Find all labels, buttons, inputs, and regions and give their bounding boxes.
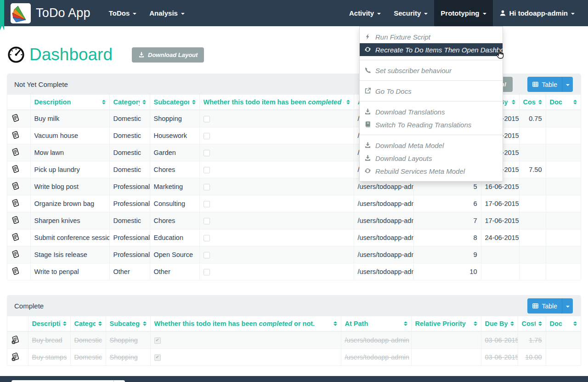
column-header-doc[interactable]: Doc [546,316,581,331]
cell-doc [546,195,581,212]
cell-category: Professional [109,246,150,263]
column-header-description[interactable]: Description [30,95,109,110]
todo-item-icon[interactable] [11,182,20,191]
menu-item-switch-to-reading-translations[interactable]: Switch To Reading Translations [360,118,503,131]
column-header-completed[interactable]: Whether this todo item has been complete… [150,316,341,331]
menu-item-go-to-docs[interactable]: Go To Docs [360,85,503,97]
sort-icon[interactable] [538,321,542,326]
menu-item-rebuild-services-meta-model[interactable]: Rebuild Services Meta Model [360,165,503,177]
sort-icon[interactable] [573,321,577,326]
sort-icon[interactable] [143,321,147,326]
cell-due-by: 24-06-2015 [481,229,519,246]
sort-icon[interactable] [510,321,514,326]
cell-doc [546,161,581,178]
footer-select-caret[interactable] [113,380,125,382]
todo-item-icon[interactable] [11,114,20,123]
column-header-completed[interactable]: Whether this todo item has been complete… [199,95,354,110]
sort-icon[interactable] [512,100,515,104]
todo-item-icon[interactable] [11,250,20,259]
todo-item-icon[interactable] [11,267,20,276]
column-header-relative-priority[interactable]: Relative Priority [411,316,481,331]
footer-select[interactable] [11,380,125,382]
menu-item-download-translations[interactable]: Download Translations [360,105,503,118]
cell-category: Domestic [109,110,150,127]
sort-icon[interactable] [346,100,350,104]
cell-at-path: /users/todoapp-admin [341,349,411,366]
nav-item-security[interactable]: Security [387,0,434,26]
sort-icon[interactable] [98,321,102,326]
sort-icon[interactable] [474,321,477,326]
column-header-due-by[interactable]: Due By [481,316,518,331]
column-header-subcategory[interactable]: Subcategory [150,95,199,110]
menu-item-download-meta-model[interactable]: Download Meta Model [360,139,503,152]
cell-doc [546,110,581,127]
cell-doc [546,331,581,349]
table-view-main[interactable]: Table [527,298,562,314]
download-layout-button[interactable]: Download Layout [132,47,204,63]
cell-completed [199,195,354,212]
column-header-cost[interactable]: Cost [519,95,546,110]
sort-icon[interactable] [538,100,542,104]
nav-item-activity[interactable]: Activity [343,0,387,26]
sort-icon[interactable] [63,321,67,326]
todo-item-icon[interactable] [11,335,20,344]
column-header-doc[interactable]: Doc [546,95,581,110]
completed-checkbox [204,252,210,258]
cell-description: Vacuum house [30,127,109,144]
cell-cost: 0.75 [519,110,546,127]
column-header-subcategory[interactable]: Subcategory [106,316,150,331]
table-view-main[interactable]: Table [527,77,562,92]
cell-cost [519,144,546,161]
icon-column-header [7,95,30,110]
cell-doc [546,246,581,263]
todo-item-icon[interactable] [11,131,20,140]
nav-right: Activity Security Prototyping Hi todoapp… [343,0,581,26]
cell-category: Domestic [109,144,150,161]
completed-checkbox [204,116,210,122]
download-icon [364,142,372,149]
table-view-caret[interactable] [562,77,573,92]
todo-item-icon[interactable] [11,233,20,242]
column-header-cost[interactable]: Cost [518,316,546,331]
cell-subcategory: Housework [150,127,199,144]
sort-icon[interactable] [102,100,106,104]
completed-checkbox [204,184,210,190]
cell-category: Domestic [70,349,106,366]
column-header-category[interactable]: Category [109,95,150,110]
cell-doc [546,212,581,229]
nav-item-analysis[interactable]: Analysis [143,0,191,26]
sort-icon[interactable] [192,100,196,104]
nav-item-user[interactable]: Hi todoapp-admin [493,0,582,26]
sort-icon[interactable] [404,321,407,326]
cell-description: Organize brown bag [30,195,109,212]
menu-item-recreate-to-do-items-then-open-dashboard[interactable]: Recreate To Do Items Then Open Dashboard [360,43,503,56]
footer-select-value [11,380,113,382]
sort-icon[interactable] [142,100,146,104]
menu-item-run-fixture-script[interactable]: Run Fixture Script [360,30,503,43]
column-header-at-path[interactable]: At Path [341,316,411,331]
book-icon [364,121,372,128]
menu-group: Run Fixture ScriptRecreate To Do Items T… [360,27,503,60]
nav-item-todos[interactable]: ToDos [102,0,143,26]
table-view-caret[interactable] [562,298,573,314]
brand[interactable]: ToDo App [0,0,90,26]
navbar: ToDo App ToDos Analysis Activity Securit… [0,0,588,26]
cell-relative-priority [411,349,481,366]
refresh-icon [364,167,372,175]
column-header-description[interactable]: Description [28,316,70,331]
todo-item-icon[interactable] [11,148,20,157]
chevron-down-icon [181,13,185,15]
todo-item-icon[interactable] [11,216,20,225]
todo-item-icon[interactable] [11,352,20,361]
todo-item-icon[interactable] [11,199,20,208]
sort-icon[interactable] [573,100,577,104]
cell-doc [546,127,581,144]
column-header-category[interactable]: Category [70,316,106,331]
nav-item-prototyping[interactable]: Prototyping [434,0,492,26]
cell-due-by: 17-06-2015 [481,195,519,212]
menu-item-set-subscriber-behaviour[interactable]: Set subscriber behaviour [360,64,503,77]
todo-item-icon[interactable] [11,165,20,174]
menu-item-download-layouts[interactable]: Download Layouts [360,152,503,165]
user-icon [499,10,506,17]
sort-icon[interactable] [334,321,337,326]
